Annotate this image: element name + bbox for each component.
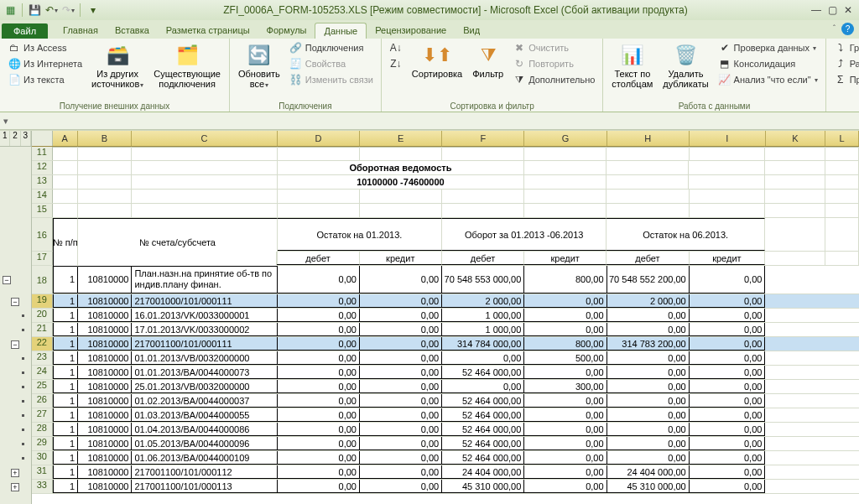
row-header[interactable]: 22 xyxy=(32,337,53,351)
cell[interactable]: 10810000 xyxy=(78,480,132,493)
cell[interactable]: 52 464 000,00 xyxy=(442,394,524,408)
file-tab[interactable]: Файл xyxy=(2,23,48,39)
cell[interactable] xyxy=(132,175,278,189)
cell[interactable] xyxy=(765,408,825,422)
cell[interactable] xyxy=(53,175,79,189)
from-web-button[interactable]: 🌐Из Интернета xyxy=(5,56,85,71)
cell[interactable]: 0,00 xyxy=(607,351,690,365)
qat-customize-icon[interactable]: ▾ xyxy=(86,3,100,17)
cell[interactable]: 1 xyxy=(53,465,79,479)
row-header[interactable]: 33 xyxy=(32,480,53,493)
row-header[interactable]: 20 xyxy=(32,309,53,322)
cell[interactable]: 0,00 xyxy=(278,337,360,351)
cell[interactable]: 0,00 xyxy=(278,465,360,479)
close-button[interactable]: ✕ xyxy=(844,4,852,16)
cell[interactable] xyxy=(825,294,859,308)
ribbon-tab[interactable]: Вставка xyxy=(107,23,158,39)
cell[interactable]: 0,00 xyxy=(690,394,766,408)
cell[interactable] xyxy=(132,190,277,203)
row-header[interactable]: 24 xyxy=(32,366,53,379)
cell[interactable]: 0,00 xyxy=(360,437,442,450)
from-other-sources-button[interactable]: 🗃️Из других источников▾ xyxy=(88,40,147,92)
cell[interactable]: 0,00 xyxy=(278,451,360,465)
cell[interactable] xyxy=(765,337,825,351)
cell[interactable] xyxy=(360,190,442,203)
from-access-button[interactable]: 🗀Из Access xyxy=(5,40,85,55)
cell[interactable] xyxy=(825,147,859,160)
cell[interactable]: 1 xyxy=(53,309,79,322)
cell[interactable]: 217001000/101/000111 xyxy=(132,294,277,308)
help-icon[interactable]: ? xyxy=(841,23,854,35)
cell[interactable] xyxy=(825,351,859,365)
cell[interactable]: 52 464 000,00 xyxy=(442,366,524,379)
cell[interactable] xyxy=(690,204,766,217)
cell[interactable]: 52 464 000,00 xyxy=(442,451,524,465)
cell[interactable]: 500,00 xyxy=(524,351,607,365)
cell[interactable]: 0,00 xyxy=(278,408,360,422)
cell[interactable]: 217001100/101/000111 xyxy=(132,337,277,351)
cell[interactable] xyxy=(825,266,859,294)
cell[interactable]: 10810000 xyxy=(78,408,132,422)
cell[interactable]: 0,00 xyxy=(690,337,766,351)
row-header[interactable]: 19 xyxy=(32,294,53,308)
cell[interactable]: 0,00 xyxy=(607,323,690,336)
sort-asc-button[interactable]: A↓ xyxy=(387,40,405,55)
cell[interactable]: 0,00 xyxy=(524,437,607,450)
cell[interactable] xyxy=(825,451,859,465)
cell[interactable] xyxy=(765,465,825,479)
cell[interactable]: 0,00 xyxy=(690,380,766,393)
cell[interactable] xyxy=(765,451,825,465)
cell[interactable] xyxy=(825,437,859,450)
cell[interactable]: 10810000 xyxy=(78,309,132,322)
data-validation-button[interactable]: ✔Проверка данных▾ xyxy=(716,40,820,55)
cell[interactable]: 10810000 xyxy=(78,423,132,436)
cell[interactable]: 0,00 xyxy=(360,465,442,479)
cell[interactable]: 1 000,00 xyxy=(442,323,524,336)
cell[interactable] xyxy=(132,161,278,174)
cell[interactable] xyxy=(278,204,360,217)
cell[interactable]: 24 404 000,00 xyxy=(442,465,524,479)
group-button[interactable]: ⤵Группировать▾ xyxy=(831,40,859,55)
cell[interactable]: 25.01.2013/VB/0032000000 xyxy=(132,380,277,393)
text-to-columns-button[interactable]: 📊Текст по столбцам xyxy=(608,40,656,91)
cell[interactable] xyxy=(690,190,766,203)
cell[interactable]: 1 xyxy=(53,366,79,379)
row-header[interactable]: 28 xyxy=(32,423,53,436)
cell[interactable] xyxy=(825,423,859,436)
cell[interactable]: 10810000 xyxy=(78,366,132,379)
sort-desc-button[interactable]: Z↓ xyxy=(387,56,405,71)
cell[interactable] xyxy=(765,266,825,294)
filter-button[interactable]: ⧩Фильтр xyxy=(469,40,507,81)
cell[interactable] xyxy=(360,147,442,160)
row-header[interactable]: 26 xyxy=(32,394,53,408)
cell[interactable] xyxy=(78,190,132,203)
cell[interactable]: 01.02.2013/BA/0044000037 xyxy=(132,394,277,408)
cell[interactable] xyxy=(765,366,825,379)
row-header[interactable]: 12 xyxy=(32,161,53,174)
cell[interactable]: 2 000,00 xyxy=(607,294,690,308)
cell[interactable]: 0,00 xyxy=(524,394,607,408)
cell[interactable]: 01.01.2013/BA/0044000073 xyxy=(132,366,277,379)
cell[interactable]: 0,00 xyxy=(524,451,607,465)
cell[interactable] xyxy=(765,380,825,393)
outline-toggle[interactable]: + xyxy=(11,483,19,491)
outline-toggle[interactable]: − xyxy=(11,298,19,306)
cell[interactable]: 0,00 xyxy=(278,323,360,336)
redo-icon[interactable]: ↷▾ xyxy=(61,3,75,17)
restore-button[interactable]: ▢ xyxy=(828,4,837,16)
outline-toggle[interactable]: − xyxy=(11,340,19,349)
cell[interactable]: 1 xyxy=(53,351,79,365)
cell[interactable]: 314 784 000,00 xyxy=(442,337,524,351)
column-header[interactable]: C xyxy=(132,131,278,146)
cell[interactable]: 1 xyxy=(53,323,79,336)
ribbon-tab[interactable]: Главная xyxy=(55,23,107,39)
cell[interactable]: 0,00 xyxy=(360,423,442,436)
cell[interactable]: 45 310 000,00 xyxy=(607,480,690,493)
cell[interactable]: 17.01.2013/VK/0033000002 xyxy=(132,323,277,336)
cell[interactable] xyxy=(278,147,360,160)
cell[interactable] xyxy=(825,175,859,189)
cell[interactable] xyxy=(689,175,765,189)
cell[interactable] xyxy=(132,147,277,160)
cell[interactable]: 0,00 xyxy=(360,394,442,408)
existing-connections-button[interactable]: 🗂️Существующие подключения xyxy=(150,40,224,91)
